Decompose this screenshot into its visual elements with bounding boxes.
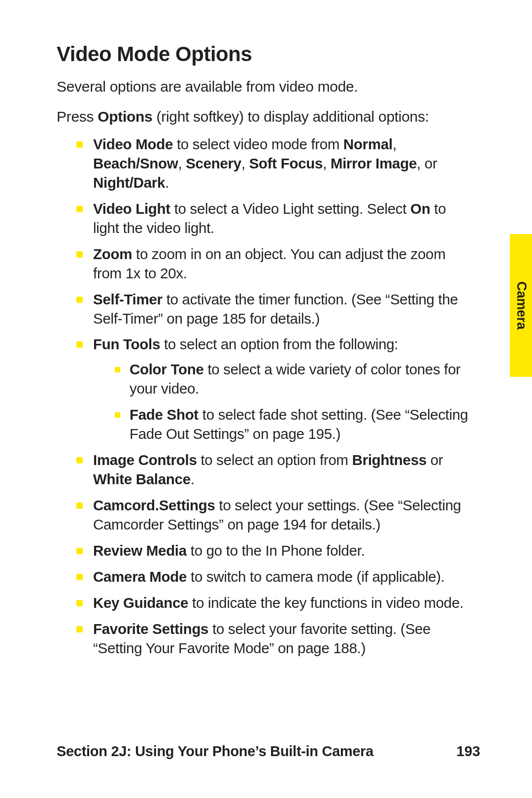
text-segment: , xyxy=(393,136,397,152)
page-footer: Section 2J: Using Your Phone’s Built-in … xyxy=(57,743,480,760)
list-item: Image Controls to select an option from … xyxy=(76,451,475,489)
text-segment: , or xyxy=(417,155,437,171)
text-segment: Image Controls xyxy=(93,452,197,468)
footer-page-number: 193 xyxy=(457,743,480,760)
text-segment: On xyxy=(410,200,430,217)
list-item: Favorite Settings to select your favorit… xyxy=(76,620,475,658)
text-segment: Soft Focus xyxy=(249,155,323,171)
text-segment: to go to the In Phone folder. xyxy=(187,542,365,559)
text-segment: to indicate the key functions in video m… xyxy=(188,595,464,611)
text-segment: Fade Shot xyxy=(130,406,199,423)
text-segment: Video Mode xyxy=(93,136,173,152)
text-segment: or xyxy=(427,452,443,468)
text-segment: to select an option from xyxy=(197,452,352,468)
text-segment: Review Media xyxy=(93,542,187,559)
list-item: Fun Tools to select an option from the f… xyxy=(76,335,475,444)
page: Video Mode Options Several options are a… xyxy=(0,0,532,798)
text-segment: to select a Video Light setting. Select xyxy=(170,200,410,217)
list-item: Self-Timer to activate the timer functio… xyxy=(76,290,475,329)
text-segment: Normal xyxy=(343,136,393,152)
text-segment: Video Light xyxy=(93,200,170,217)
text-segment: to select video mode from xyxy=(173,136,343,152)
text-segment: Night/Dark xyxy=(93,174,165,191)
text-segment: to zoom in on an object. You can adjust … xyxy=(93,246,445,281)
list-item: Video Light to select a Video Light sett… xyxy=(76,200,475,238)
sub-list: Color Tone to select a wide variety of c… xyxy=(93,360,475,444)
text-segment: . xyxy=(165,174,169,191)
text-segment: Color Tone xyxy=(130,361,204,377)
list-item: Zoom to zoom in on an object. You can ad… xyxy=(76,245,475,283)
intro-text-post: (right softkey) to display additional op… xyxy=(152,108,429,125)
list-item: Camcord.Settings to select your settings… xyxy=(76,496,475,534)
page-title: Video Mode Options xyxy=(57,42,475,66)
text-segment: Fun Tools xyxy=(93,336,160,352)
text-segment: Brightness xyxy=(352,452,427,468)
intro-text-bold: Options xyxy=(98,108,152,125)
text-segment: Camera Mode xyxy=(93,568,187,585)
text-segment: Zoom xyxy=(93,246,132,262)
sub-list-item: Fade Shot to select fade shot setting. (… xyxy=(115,405,475,444)
side-tab-label: Camera xyxy=(513,281,529,329)
text-segment: , xyxy=(323,155,331,171)
intro-paragraph: Press Options (right softkey) to display… xyxy=(57,107,475,126)
text-segment: . xyxy=(191,471,195,487)
list-item: Camera Mode to switch to camera mode (if… xyxy=(76,567,475,587)
list-item: Review Media to go to the In Phone folde… xyxy=(76,541,475,561)
text-segment: Favorite Settings xyxy=(93,621,208,637)
sub-list-item: Color Tone to select a wide variety of c… xyxy=(115,360,475,399)
lead-paragraph: Several options are available from video… xyxy=(57,77,475,96)
text-segment: Mirror Image xyxy=(331,155,417,171)
text-segment: Camcord.Settings xyxy=(93,497,215,513)
text-segment: Scenery xyxy=(186,155,241,171)
text-segment: Self-Timer xyxy=(93,291,163,307)
text-segment: to select an option from the following: xyxy=(160,336,398,352)
text-segment: to switch to camera mode (if applicable)… xyxy=(187,568,445,585)
options-list: Video Mode to select video mode from Nor… xyxy=(57,135,475,658)
intro-text-pre: Press xyxy=(57,108,98,125)
side-tab-camera: Camera xyxy=(510,234,532,377)
list-item: Key Guidance to indicate the key functio… xyxy=(76,594,475,613)
text-segment: , xyxy=(178,155,186,171)
text-segment: , xyxy=(241,155,249,171)
text-segment: Key Guidance xyxy=(93,595,188,611)
list-item: Video Mode to select video mode from Nor… xyxy=(76,135,475,193)
text-segment: Beach/Snow xyxy=(93,155,178,171)
text-segment: White Balance xyxy=(93,471,191,487)
footer-section: Section 2J: Using Your Phone’s Built-in … xyxy=(57,743,373,760)
